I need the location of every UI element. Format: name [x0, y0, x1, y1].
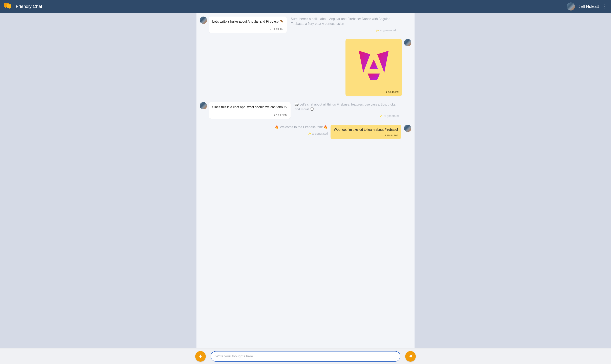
- ai-generated-reply: 🔥 Welcome to the Firebase fam! 🔥 ✨ ai ge…: [275, 125, 328, 136]
- more-menu-icon[interactable]: [602, 4, 607, 9]
- chat-panel[interactable]: Let's write a haiku about Angular and Fi…: [197, 13, 414, 348]
- message-group: 🔥 Welcome to the Firebase fam! 🔥 ✨ ai ge…: [200, 125, 411, 139]
- ai-reply-text: 🔥 Welcome to the Firebase fam! 🔥: [275, 125, 328, 130]
- outgoing-image-bubble: 4:16:48 PM: [345, 39, 402, 96]
- message-timestamp: 4:15:44 PM: [334, 134, 398, 137]
- ai-reply-text: 💬 Let's chat about all things Firebase: …: [295, 102, 399, 112]
- message-group: Since this is a chat app, what should we…: [200, 102, 411, 118]
- svg-marker-1: [5, 6, 7, 8]
- app-title: Friendly Chat: [16, 4, 42, 9]
- outgoing-message-bubble: Woohoo, I'm excited to learn about Fireb…: [331, 125, 401, 139]
- message-timestamp: 4:16:17 PM: [212, 114, 287, 117]
- message-text: Since this is a chat app, what should we…: [212, 105, 287, 109]
- message-group: Let's write a haiku about Angular and Fi…: [200, 16, 411, 33]
- sender-avatar: [200, 102, 207, 109]
- app-logo-icon: [4, 2, 12, 11]
- composer-input-wrap: [211, 351, 400, 362]
- message-timestamp: 4:16:48 PM: [345, 91, 402, 94]
- incoming-message-bubble: Let's write a haiku about Angular and Fi…: [209, 16, 287, 33]
- header-left: Friendly Chat: [4, 2, 42, 11]
- svg-rect-2: [7, 4, 11, 8]
- message-input[interactable]: [211, 351, 400, 362]
- add-attachment-button[interactable]: [195, 351, 206, 362]
- send-button[interactable]: [405, 351, 416, 362]
- sender-avatar: [404, 39, 411, 46]
- svg-marker-5: [377, 51, 389, 73]
- ai-reply-text: Sure, here's a haiku about Angular and F…: [291, 16, 396, 26]
- ai-generated-badge: ✨ ai generated: [291, 28, 396, 32]
- username-label: Jeff Huleatt: [579, 4, 599, 9]
- header-right: Jeff Huleatt: [567, 2, 607, 11]
- svg-marker-7: [368, 74, 380, 80]
- message-timestamp: 4:17:25 PM: [212, 28, 283, 31]
- ai-generated-reply: 💬 Let's chat about all things Firebase: …: [295, 102, 399, 118]
- svg-marker-6: [369, 60, 378, 69]
- ai-generated-badge: ✨ ai generated: [275, 131, 328, 136]
- sender-avatar: [200, 16, 207, 24]
- message-text: Let's write a haiku about Angular and Fi…: [212, 19, 283, 24]
- angular-logo-icon: [345, 39, 402, 91]
- incoming-message-bubble: Since this is a chat app, what should we…: [209, 102, 291, 118]
- ai-generated-badge: ✨ ai generated: [295, 114, 399, 118]
- main-area: Let's write a haiku about Angular and Fi…: [0, 13, 611, 348]
- sender-avatar: [404, 125, 411, 132]
- ai-generated-reply: Sure, here's a haiku about Angular and F…: [291, 16, 396, 32]
- message-text: Woohoo, I'm excited to learn about Fireb…: [334, 128, 398, 132]
- message-group: 4:16:48 PM: [200, 39, 411, 96]
- svg-marker-4: [359, 51, 370, 73]
- composer-bar: [0, 348, 611, 364]
- user-avatar[interactable]: [567, 2, 575, 11]
- app-header: Friendly Chat Jeff Huleatt: [0, 0, 611, 13]
- svg-marker-3: [9, 7, 10, 9]
